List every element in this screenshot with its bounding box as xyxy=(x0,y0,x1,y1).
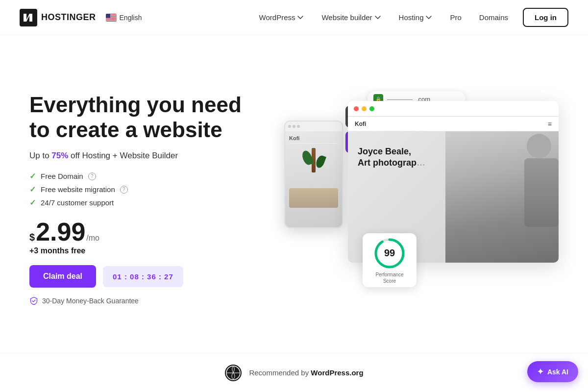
svg-rect-7 xyxy=(106,20,117,21)
check-icon: ✓ xyxy=(29,198,36,207)
ask-ai-label: Ask AI xyxy=(547,368,568,376)
feature-label: Free Domain xyxy=(41,172,83,180)
main-nav: WordPress Website builder Hosting Pro Do… xyxy=(252,8,568,27)
footer-bar: Recommended by WordPress.org xyxy=(0,353,588,392)
nav-hosting[interactable]: Hosting xyxy=(392,9,440,25)
sparkle-icon: ✦ xyxy=(537,367,543,376)
logo-text: HOSTINGER xyxy=(41,12,96,23)
performance-badge: 99 PerformanceScore xyxy=(363,233,416,287)
browser-maximize-dot xyxy=(369,106,374,111)
hero-subtitle: Up to 75% off Hosting + Website Builder xyxy=(29,151,255,161)
login-button[interactable]: Log in xyxy=(523,8,568,27)
nav-website-builder-label: Website builder xyxy=(321,13,372,22)
main-content: Everything you need to create a website … xyxy=(0,35,588,353)
performance-circle: 99 xyxy=(372,236,407,270)
flag-icon xyxy=(106,14,117,22)
nav-wordpress-label: WordPress xyxy=(259,13,295,22)
countdown-timer: 01 : 08 : 36 : 27 xyxy=(103,266,183,287)
perf-score-text: 99 xyxy=(384,247,395,258)
svg-rect-8 xyxy=(106,14,110,18)
mobile-content: Kofi xyxy=(285,131,342,227)
hero-title: Everything you need to create a website xyxy=(29,93,255,142)
guarantee: 30-Day Money-Back Guarantee xyxy=(29,296,255,305)
logo[interactable]: HOSTINGER xyxy=(20,9,96,26)
feature-label: Free website migration xyxy=(41,185,115,194)
feature-free-domain: ✓ Free Domain ? xyxy=(29,172,255,181)
claim-deal-button[interactable]: Claim deal xyxy=(29,265,96,288)
nav-pro[interactable]: Pro xyxy=(443,9,468,25)
features-list: ✓ Free Domain ? ✓ Free website migration… xyxy=(29,172,255,207)
info-icon[interactable]: ? xyxy=(88,172,96,180)
footer-recommended: Recommended by WordPress.org xyxy=(249,368,363,377)
header-left: HOSTINGER English xyxy=(20,9,142,26)
cta-row: Claim deal 01 : 08 : 36 : 27 xyxy=(29,265,255,288)
browser-minimize-dot xyxy=(362,106,367,111)
price-dollar: $ xyxy=(29,232,35,243)
feature-migration: ✓ Free website migration ? xyxy=(29,185,255,194)
performance-label: PerformanceScore xyxy=(375,271,403,284)
nav-website-builder[interactable]: Website builder xyxy=(315,9,388,25)
mobile-browser-bar xyxy=(285,122,342,131)
price-bonus: +3 months free xyxy=(29,246,255,255)
price-amount: 2.99 xyxy=(36,219,85,245)
feature-label: 24/7 customer support xyxy=(41,198,114,207)
ask-ai-button[interactable]: ✦ Ask AI xyxy=(527,361,578,382)
header: HOSTINGER English WordPress Website xyxy=(0,0,588,35)
wordpress-org-link[interactable]: WordPress.org xyxy=(311,368,363,377)
hero-image-container: 🔒 ———— .com xyxy=(274,91,559,297)
nav-pro-label: Pro xyxy=(450,13,461,22)
language-label: English xyxy=(120,14,142,22)
svg-rect-5 xyxy=(106,18,117,18)
check-icon: ✓ xyxy=(29,172,36,181)
nav-hosting-label: Hosting xyxy=(399,13,424,22)
nav-domains-label: Domains xyxy=(479,13,508,22)
subtitle-suffix: off Hosting + Website Builder xyxy=(68,151,178,160)
guarantee-text: 30-Day Money-Back Guarantee xyxy=(42,297,139,305)
info-icon[interactable]: ? xyxy=(120,186,128,194)
mobile-site-name: Kofi xyxy=(289,135,299,141)
price-period: /mo xyxy=(86,234,99,243)
hero-right: 🔒 ———— .com xyxy=(274,72,559,317)
site-kofi-label: Kofi xyxy=(355,121,366,127)
hero-left: Everything you need to create a website … xyxy=(29,83,255,305)
wordpress-logo xyxy=(224,364,242,382)
chevron-down-icon xyxy=(374,14,381,21)
feature-support: ✓ 24/7 customer support xyxy=(29,198,255,207)
price-row: $ 2.99 /mo xyxy=(29,219,255,245)
language-selector[interactable]: English xyxy=(106,14,142,22)
discount-highlight: 75% xyxy=(51,151,68,160)
nav-domains[interactable]: Domains xyxy=(472,9,515,25)
nav-wordpress[interactable]: WordPress xyxy=(252,9,311,25)
check-icon: ✓ xyxy=(29,185,36,194)
browser-hero-text: Joyce Beale,Art photograp… xyxy=(358,146,425,169)
subtitle-prefix: Up to xyxy=(29,151,51,160)
shield-icon xyxy=(29,296,38,305)
hamburger-icon: ≡ xyxy=(548,120,552,128)
mobile-preview: Kofi xyxy=(284,121,343,228)
logo-icon xyxy=(20,9,37,26)
chevron-down-icon xyxy=(425,14,432,21)
price-section: $ 2.99 /mo +3 months free xyxy=(29,219,255,255)
footer-prefix: Recommended by xyxy=(249,368,311,377)
browser-close-dot xyxy=(354,106,359,111)
chevron-down-icon xyxy=(297,14,304,21)
browser-bar xyxy=(348,101,559,117)
svg-rect-6 xyxy=(106,19,117,20)
